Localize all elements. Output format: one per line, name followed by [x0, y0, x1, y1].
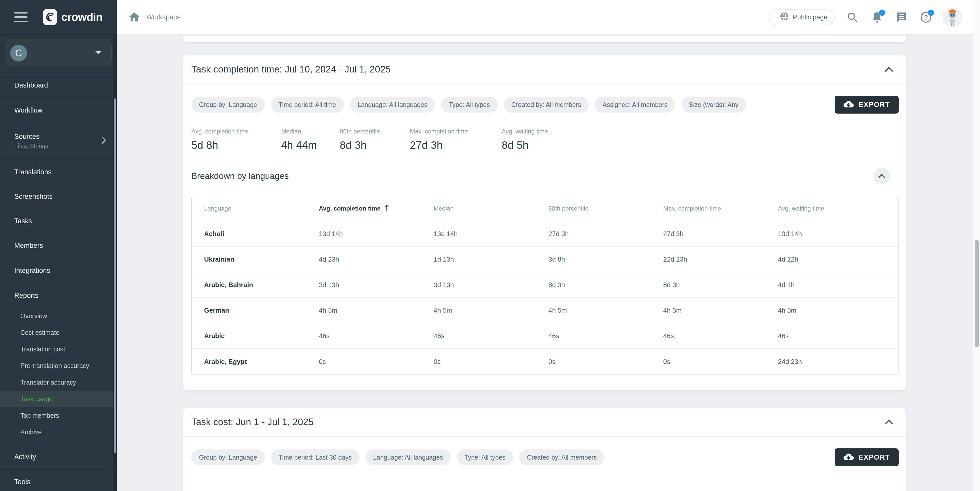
table-row: Arabic, Egypt 0s 0s 0s 0s 24d 23h [192, 349, 898, 375]
chip-time-period[interactable]: Time period: All time [271, 97, 344, 113]
chip-language[interactable]: Language: All languages [366, 450, 451, 465]
search-icon[interactable] [846, 11, 859, 24]
sidebar-item-workflow[interactable]: Workflow [0, 98, 117, 123]
help-icon[interactable]: ? [919, 11, 932, 24]
user-avatar[interactable] [943, 8, 962, 27]
reports-submenu: Overview Cost estimate Translation cost … [0, 308, 117, 444]
stat-avg-completion: Avg. completion time 5d 8h [191, 128, 281, 151]
export-button[interactable]: EXPORT [835, 96, 899, 113]
chip-created-by[interactable]: Created by: All members [504, 97, 589, 113]
task-cost-title: Task cost: Jun 1 - Jul 1, 2025 [191, 417, 313, 427]
chip-size-words[interactable]: Size (words): Any [681, 97, 746, 113]
summary-stats: Avg. completion time 5d 8h Median 4h 44m… [191, 128, 899, 151]
task-completion-title: Task completion time: Jul 10, 2024 - Jul… [191, 64, 391, 75]
sidebar-subitem-translator-accuracy[interactable]: Translator accuracy [0, 374, 117, 391]
sidebar-item-reports[interactable]: Reports [0, 283, 117, 308]
filter-row: Group by: Language Time period: Last 30 … [191, 448, 899, 466]
help-notification-dot [928, 10, 934, 16]
chip-type[interactable]: Type: All types [441, 97, 497, 113]
page-scrollbar-thumb[interactable] [975, 240, 979, 347]
sidebar-item-tasks[interactable]: Tasks [0, 209, 117, 233]
sidebar-item-translations[interactable]: Translations [0, 160, 117, 184]
home-icon[interactable] [129, 12, 140, 23]
sidebar-item-activity[interactable]: Activity [0, 445, 117, 469]
col-80th-percentile[interactable]: 80th percentile [549, 205, 663, 212]
svg-text:?: ? [924, 14, 928, 21]
table-row: Ukrainian 4d 23h 1d 13h 3d 8h 22d 23h 4d… [192, 247, 898, 272]
sidebar-subitem-translation-cost[interactable]: Translation cost [0, 341, 117, 357]
public-page-button[interactable]: Public page [769, 10, 835, 25]
notifications-bell-icon[interactable] [870, 11, 884, 24]
filter-chips: Group by: Language Time period: All time… [191, 97, 746, 113]
sidebar-subitem-pre-translation-accuracy[interactable]: Pre-translation accuracy [0, 357, 117, 374]
app-root: crowdin C Dashboard Workflow [0, 0, 980, 491]
chip-language[interactable]: Language: All languages [350, 97, 435, 113]
sidebar-scrollbar-thumb[interactable] [114, 99, 116, 453]
sidebar: crowdin C Dashboard Workflow [0, 0, 117, 491]
sidebar-item-tools[interactable]: Tools [0, 470, 117, 491]
public-page-label: Public page [793, 13, 827, 21]
notification-dot [879, 10, 885, 16]
content-area: Task completion time: Jul 10, 2024 - Jul… [117, 35, 980, 491]
breakdown-title: Breakdown by languages [191, 171, 289, 181]
chip-group-by[interactable]: Group by: Language [191, 97, 265, 113]
sidebar-item-integrations[interactable]: Integrations [0, 258, 117, 283]
task-completion-header: Task completion time: Jul 10, 2024 - Jul… [183, 55, 906, 84]
task-cost-panel: Task cost: Jun 1 - Jul 1, 2025 Group by:… [183, 408, 906, 491]
caret-down-icon [94, 50, 102, 56]
page-scrollbar[interactable] [973, 0, 980, 491]
topbar: Workspace Public page [117, 0, 980, 35]
breakdown-table: Language Avg. completion time Median 80t… [191, 196, 899, 375]
chip-time-period[interactable]: Time period: Last 30 days [271, 450, 360, 465]
sidebar-header: crowdin [0, 0, 117, 35]
sidebar-item-screenshots[interactable]: Screenshots [0, 184, 117, 209]
sidebar-item-members[interactable]: Members [0, 233, 117, 258]
sidebar-nav: Dashboard Workflow Sources Files, String… [0, 73, 117, 491]
main-area: Workspace Public page [117, 0, 980, 491]
sort-ascending-icon [384, 204, 389, 213]
cloud-download-icon [843, 453, 854, 461]
sidebar-subitem-top-members[interactable]: Top members [0, 407, 117, 424]
workspace-selector[interactable]: C [6, 39, 112, 67]
chip-group-by[interactable]: Group by: Language [191, 450, 265, 465]
sidebar-item-dashboard[interactable]: Dashboard [0, 73, 117, 97]
chevron-right-icon [101, 136, 107, 147]
sidebar-subitem-task-usage[interactable]: Task usage [0, 391, 117, 407]
col-avg-completion[interactable]: Avg. completion time [319, 204, 434, 213]
stat-max-completion: Max. completion time 27d 3h [410, 128, 502, 151]
crowdin-logo[interactable]: crowdin [43, 9, 103, 25]
col-avg-waiting[interactable]: Avg. waiting time [778, 205, 898, 212]
sidebar-subitem-cost-estimate[interactable]: Cost estimate [0, 324, 117, 341]
menu-toggle-icon[interactable] [14, 12, 27, 22]
sidebar-subitem-archive[interactable]: Archive [0, 424, 117, 440]
breakdown-section: Breakdown by languages Language Avg. com… [191, 168, 899, 375]
table-row: Acholi 13d 14h 13d 14h 27d 3h 27d 3h 13d… [192, 221, 898, 247]
table-header-row: Language Avg. completion time Median 80t… [192, 196, 898, 221]
breadcrumb-workspace[interactable]: Workspace [146, 13, 181, 21]
collapse-breakdown-icon[interactable] [873, 168, 890, 184]
chip-created-by[interactable]: Created by: All members [519, 450, 605, 465]
chip-assignee[interactable]: Assignee: All members [595, 97, 675, 113]
filter-chips: Group by: Language Time period: Last 30 … [191, 450, 604, 465]
globe-icon [780, 11, 789, 23]
sidebar-subitem-overview[interactable]: Overview [0, 308, 117, 324]
collapsed-panel-edge [183, 35, 906, 42]
col-max-completion[interactable]: Max. completion time [663, 205, 778, 212]
col-language[interactable]: Language [204, 205, 319, 212]
workspace-selector-wrap: C [0, 35, 117, 73]
sidebar-scrollbar[interactable] [113, 35, 117, 491]
table-row: Arabic, Bahrain 3d 13h 3d 13h 8d 3h 8d 3… [192, 272, 898, 298]
workspace-avatar: C [10, 45, 27, 62]
stat-median: Median 4h 44m [281, 128, 340, 151]
sidebar-item-sources[interactable]: Sources Files, Strings [0, 123, 117, 159]
table-row: Arabic 46s 46s 46s 46s 46s [192, 323, 898, 349]
chip-type[interactable]: Type: All types [457, 450, 513, 465]
stat-avg-waiting: Avg. waiting time 8d 5h [502, 128, 548, 151]
task-completion-panel: Task completion time: Jul 10, 2024 - Jul… [183, 55, 906, 390]
messages-icon[interactable] [895, 11, 908, 24]
task-cost-header: Task cost: Jun 1 - Jul 1, 2025 [183, 408, 906, 437]
col-median[interactable]: Median [434, 205, 549, 212]
collapse-task-completion-icon[interactable] [881, 61, 897, 78]
export-button[interactable]: EXPORT [835, 448, 899, 466]
collapse-task-cost-icon[interactable] [881, 414, 897, 430]
